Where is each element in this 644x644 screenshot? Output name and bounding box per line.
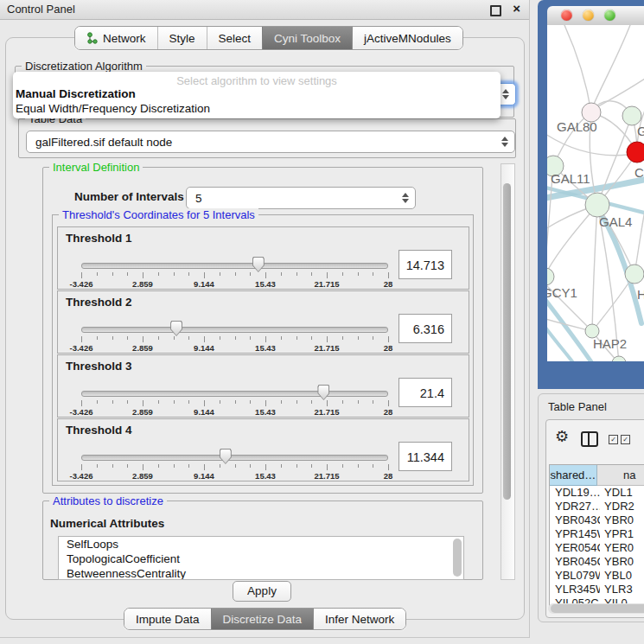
threshold-title: Threshold 4 bbox=[66, 424, 132, 437]
tab-jactivemnodules[interactable]: jActiveMNodules bbox=[352, 27, 462, 49]
cell-name[interactable]: YLR3 bbox=[600, 583, 644, 596]
cell-shared-name[interactable]: YLR345W bbox=[550, 583, 600, 596]
table-row[interactable]: YBR045CYBR0 bbox=[550, 555, 644, 569]
threshold-value-field[interactable]: 6.316 bbox=[399, 314, 452, 343]
network-edge bbox=[634, 196, 644, 274]
slider-track[interactable] bbox=[81, 455, 388, 461]
table-horizontal-scrollbar[interactable] bbox=[548, 603, 644, 614]
cell-name[interactable]: YDL1 bbox=[600, 486, 644, 500]
zoom-traffic-light[interactable] bbox=[604, 10, 615, 21]
scrollbar-thumb[interactable] bbox=[503, 183, 511, 500]
table-row[interactable]: YDL19…YDL1 bbox=[550, 486, 644, 500]
cell-name[interactable]: YBR0 bbox=[600, 513, 644, 527]
minimize-traffic-light[interactable] bbox=[583, 10, 594, 21]
close-traffic-light[interactable] bbox=[561, 10, 572, 21]
attribute-item-selfloops[interactable]: SelfLoops bbox=[59, 537, 463, 552]
cell-shared-name[interactable]: YBL079W bbox=[550, 569, 600, 583]
checkbox-icon[interactable]: ✓ bbox=[609, 435, 618, 444]
tick-mark bbox=[265, 272, 266, 278]
network-canvas[interactable]: GAL80GCGAL11GAL4GCY1HHAP2 bbox=[547, 25, 644, 361]
network-node[interactable] bbox=[585, 193, 609, 217]
threshold-slider[interactable]: -3.4262.8599.14415.4321.71528 bbox=[81, 255, 388, 288]
slider-track[interactable] bbox=[81, 263, 388, 269]
cell-shared-name[interactable]: YDL19… bbox=[550, 486, 600, 500]
table-row[interactable]: YPR145WYPR1 bbox=[550, 527, 644, 541]
panel-scrollbar[interactable] bbox=[501, 163, 515, 580]
scrollbar-thumb[interactable] bbox=[551, 604, 644, 613]
cell-shared-name[interactable]: YDR27… bbox=[550, 500, 600, 513]
tab-infer-network[interactable]: Infer Network bbox=[313, 609, 405, 629]
float-window-icon[interactable] bbox=[490, 5, 501, 16]
table-header-row: shared…na bbox=[550, 465, 644, 486]
table-data-combobox[interactable]: galFiltered.sif default node bbox=[26, 131, 515, 153]
tick-mark bbox=[204, 336, 205, 342]
tab-style[interactable]: Style bbox=[157, 27, 207, 49]
network-node[interactable] bbox=[625, 265, 644, 284]
attribute-item-betweennesscentrality[interactable]: BetweennessCentrality bbox=[59, 566, 463, 580]
slider-track[interactable] bbox=[81, 327, 388, 333]
tab-network[interactable]: Network bbox=[75, 27, 157, 49]
cell-name[interactable]: YDR2 bbox=[600, 500, 644, 513]
network-node[interactable] bbox=[547, 268, 554, 285]
apply-button[interactable]: Apply bbox=[233, 581, 291, 602]
network-edge bbox=[597, 116, 632, 205]
slider-handle-face bbox=[253, 258, 264, 271]
threshold-slider[interactable]: -3.4262.8599.14415.4321.71528 bbox=[81, 447, 388, 480]
tab-discretize-data[interactable]: Discretize Data bbox=[211, 609, 314, 629]
threshold-slider[interactable]: -3.4262.8599.14415.4321.71528 bbox=[81, 383, 388, 416]
numerical-attributes-list[interactable]: SelfLoopsTopologicalCoefficientBetweenne… bbox=[58, 536, 464, 580]
attribute-item-topologicalcoefficient[interactable]: TopologicalCoefficient bbox=[59, 552, 463, 566]
tick-mark bbox=[327, 400, 328, 406]
close-icon[interactable]: × bbox=[513, 1, 520, 16]
gear-icon[interactable]: ⚙ bbox=[555, 429, 569, 444]
tab-impute-data[interactable]: Impute Data bbox=[124, 609, 211, 629]
tick-mark bbox=[327, 464, 328, 470]
slider-handle[interactable] bbox=[220, 449, 232, 464]
threshold-slider[interactable]: -3.4262.8599.14415.4321.71528 bbox=[81, 319, 388, 352]
tick-mark bbox=[143, 400, 143, 406]
column-header-name[interactable]: na bbox=[597, 465, 644, 486]
network-node[interactable] bbox=[622, 106, 641, 125]
threshold-value-field[interactable]: 14.713 bbox=[399, 250, 452, 279]
cell-name[interactable]: YER0 bbox=[600, 541, 644, 555]
tick-label: 9.144 bbox=[194, 471, 214, 481]
cell-shared-name[interactable]: YBR043C bbox=[550, 513, 600, 527]
tick-label: 21.715 bbox=[314, 407, 339, 417]
cell-name[interactable]: YBL0 bbox=[600, 569, 644, 583]
cell-shared-name[interactable]: YER054C bbox=[550, 541, 600, 555]
cell-name[interactable]: YPR1 bbox=[600, 527, 644, 541]
tick-label: 15.43 bbox=[255, 471, 276, 481]
slider-handle[interactable] bbox=[317, 385, 329, 400]
threshold-value-field[interactable]: 11.344 bbox=[399, 442, 452, 471]
table-row[interactable]: YBL079WYBL0 bbox=[550, 569, 644, 583]
table-row[interactable]: YLR345WYLR3 bbox=[550, 583, 644, 596]
tick-mark bbox=[188, 272, 189, 276]
table-row[interactable]: YDR27…YDR2 bbox=[550, 500, 644, 513]
column-header-shared-name[interactable]: shared… bbox=[550, 465, 597, 486]
list-scrollbar[interactable] bbox=[453, 539, 462, 577]
tab-cyni-toolbox[interactable]: Cyni Toolbox bbox=[262, 27, 352, 49]
split-columns-icon[interactable] bbox=[581, 431, 598, 447]
cell-name[interactable]: YBR0 bbox=[600, 555, 644, 569]
slider-handle[interactable] bbox=[170, 321, 182, 336]
slider-handle[interactable] bbox=[252, 257, 265, 272]
network-node[interactable] bbox=[627, 142, 644, 163]
tick-mark bbox=[127, 336, 128, 340]
table-row[interactable]: YBR043CYBR0 bbox=[550, 513, 644, 527]
number-of-intervals-combobox[interactable]: 5 bbox=[186, 187, 416, 209]
tick-mark bbox=[97, 400, 98, 404]
cell-shared-name[interactable]: YBR045C bbox=[550, 555, 600, 569]
dropdown-item-manual-discretization[interactable]: Manual Discretization bbox=[16, 87, 498, 100]
tab-select[interactable]: Select bbox=[207, 27, 263, 49]
threshold-value-field[interactable]: 21.4 bbox=[399, 378, 452, 407]
table-panel-body: ⚙ ✓ ✓ shared…naYDL19…YDL1YDR27…YDR2YBR04… bbox=[545, 419, 644, 618]
tab-label: jActiveMNodules bbox=[364, 32, 451, 45]
table-row[interactable]: YER054CYER0 bbox=[550, 541, 644, 555]
tick-mark bbox=[158, 336, 159, 340]
dropdown-item-equal-width-frequency[interactable]: Equal Width/Frequency Discretization bbox=[16, 102, 498, 115]
tick-mark bbox=[188, 464, 189, 468]
slider-track[interactable] bbox=[81, 391, 388, 397]
cell-shared-name[interactable]: YPR145W bbox=[550, 527, 600, 541]
node-label-c: C bbox=[634, 165, 644, 180]
checkbox-icon[interactable]: ✓ bbox=[621, 435, 630, 444]
